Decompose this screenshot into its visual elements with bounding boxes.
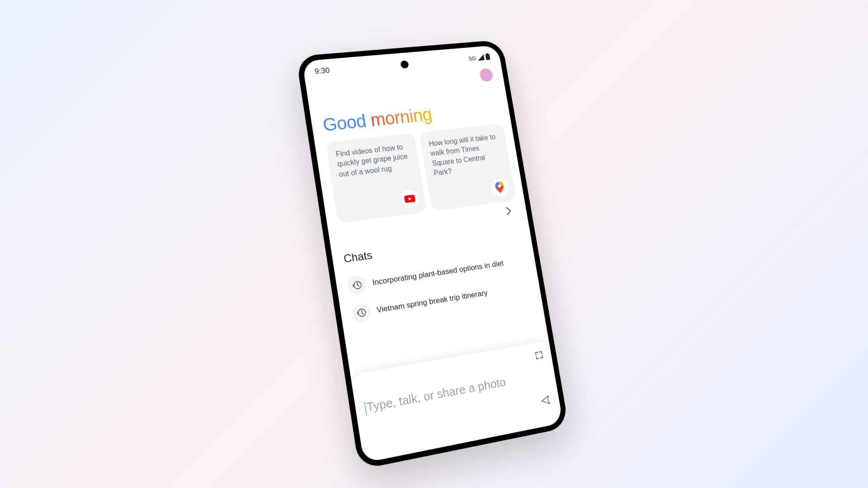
send-icon[interactable] [540,394,552,408]
battery-icon [485,53,491,61]
history-icon [347,275,368,296]
phone-screen: 9:30 5G Good morning [302,45,563,463]
greeting-word-2: morning [369,104,433,130]
input-bar: Type, talk, or share a photo [350,340,563,463]
network-label: 5G [468,55,476,61]
expand-icon[interactable] [535,351,544,362]
youtube-icon [400,189,420,209]
avatar[interactable] [479,68,494,82]
suggestion-card-videos[interactable]: Find videos of how to quickly get grape … [326,133,427,223]
signal-icon [477,54,485,61]
suggestion-text: Find videos of how to quickly get grape … [335,141,412,179]
phone-frame: 9:30 5G Good morning [296,40,569,470]
history-icon [351,302,372,324]
svg-rect-1 [486,53,488,54]
status-time: 9:30 [314,66,330,76]
suggestion-text: How long will it take to walk from Times… [428,132,503,178]
status-icons: 5G [468,53,491,63]
maps-icon [490,178,509,197]
greeting-word-1: Good [321,111,368,135]
suggestion-card-walk[interactable]: How long will it take to walk from Times… [419,123,516,211]
svg-rect-0 [485,54,490,60]
